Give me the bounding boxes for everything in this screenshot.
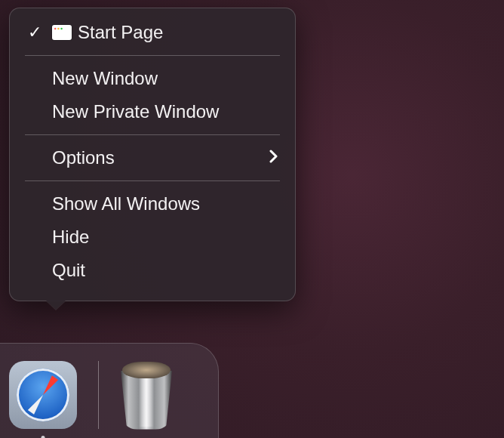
menu-item-new-window[interactable]: New Window [10,62,295,95]
menu-item-label: Start Page [78,20,163,45]
menu-item-new-private-window[interactable]: New Private Window [10,95,295,128]
menu-item-hide[interactable]: Hide [10,221,295,254]
dock-trash[interactable] [112,361,180,429]
menu-separator [25,180,280,181]
menu-item-label: New Private Window [52,100,219,124]
checkmark-icon: ✓ [28,20,41,45]
window-icon [52,25,72,40]
menu-item-label: Options [52,146,115,170]
menu-item-label: New Window [52,66,158,91]
menu-item-show-all-windows[interactable]: Show All Windows [10,187,295,221]
menu-item-label: Hide [52,225,89,249]
dock-context-menu: ✓ Start Page New Window New Private Wind… [9,8,296,301]
safari-icon [17,369,69,421]
menu-item-label: Quit [52,258,85,282]
dock [0,343,219,438]
chevron-right-icon [269,146,278,170]
running-indicator [41,436,45,439]
menu-item-label: Show All Windows [52,192,200,216]
menu-item-options[interactable]: Options [10,141,295,174]
trash-icon [116,359,177,431]
dock-app-safari[interactable] [9,361,77,429]
menu-separator [25,55,280,56]
menu-pointer-arrow [46,301,66,310]
menu-separator [25,134,280,135]
menu-item-quit[interactable]: Quit [10,254,295,287]
dock-separator [98,361,99,429]
menu-item-start-page[interactable]: ✓ Start Page [10,16,295,49]
